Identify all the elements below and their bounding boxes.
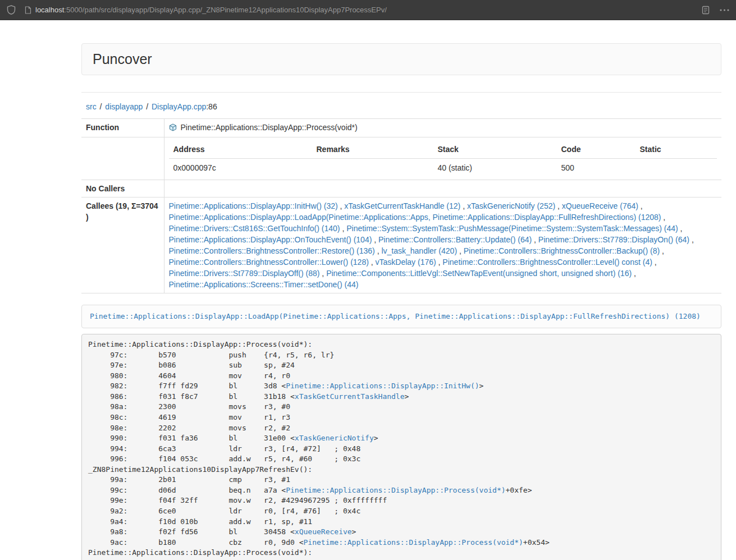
page-favicon-icon bbox=[25, 6, 31, 14]
shield-icon[interactable] bbox=[7, 5, 16, 15]
app-header: Puncover bbox=[81, 43, 721, 75]
column-address: Address bbox=[169, 140, 312, 159]
function-label: Function bbox=[81, 119, 164, 137]
column-code: Code bbox=[557, 140, 636, 159]
details-row: Address Remarks Stack Code Static 0x0000… bbox=[81, 137, 721, 180]
details-header-row: Address Remarks Stack Code Static bbox=[169, 140, 717, 159]
callee-link[interactable]: Pinetime::Controllers::BrightnessControl… bbox=[169, 258, 369, 267]
breadcrumb: src / displayapp / DisplayApp.cpp:86 bbox=[81, 102, 721, 111]
url-bar[interactable]: localhost:5000/path/src/displayapp/Displ… bbox=[25, 6, 696, 14]
column-static: Static bbox=[636, 140, 717, 159]
callee-link[interactable]: xTaskGenericNotify (252) bbox=[467, 201, 555, 210]
code-value: 500 bbox=[557, 159, 636, 177]
callee-link[interactable]: Pinetime::Applications::DisplayApp::OnTo… bbox=[169, 235, 372, 244]
function-row: Function Pinetime::Applications::Display… bbox=[81, 119, 721, 137]
app-title: Puncover bbox=[93, 51, 710, 67]
column-stack: Stack bbox=[433, 140, 557, 159]
column-remarks: Remarks bbox=[312, 140, 433, 159]
url-host: localhost bbox=[35, 6, 64, 14]
assembly-symbol-link[interactable]: xTaskGetCurrentTaskHandle bbox=[295, 392, 405, 401]
menu-dots-icon[interactable] bbox=[720, 9, 729, 11]
highlighted-callee-link[interactable]: Pinetime::Applications::DisplayApp::Load… bbox=[90, 312, 701, 320]
callee-link[interactable]: Pinetime::Applications::DisplayApp::Load… bbox=[169, 213, 661, 222]
reader-mode-icon[interactable] bbox=[702, 6, 710, 15]
url-path: :5000/path/src/displayapp/DisplayApp.cpp… bbox=[64, 6, 387, 14]
callees-list: Pinetime::Applications::DisplayApp::Init… bbox=[164, 198, 721, 293]
details-cell: Address Remarks Stack Code Static 0x0000… bbox=[164, 137, 721, 180]
no-callers-cell bbox=[164, 180, 721, 198]
remarks-value bbox=[312, 159, 433, 177]
static-value bbox=[636, 159, 717, 177]
symbol-table: Function Pinetime::Applications::Display… bbox=[81, 118, 721, 293]
callee-link[interactable]: Pinetime::Drivers::St7789::DisplayOn() (… bbox=[538, 235, 689, 244]
callee-link[interactable]: Pinetime::Controllers::BrightnessControl… bbox=[464, 246, 660, 255]
assembly-symbol-link[interactable]: Pinetime::Applications::DisplayApp::Init… bbox=[286, 382, 479, 390]
url-text: localhost:5000/path/src/displayapp/Displ… bbox=[35, 6, 387, 14]
no-callers-label: No Callers bbox=[81, 180, 164, 198]
assembly-symbol-link[interactable]: xTaskGenericNotify bbox=[295, 434, 374, 442]
callee-link[interactable]: Pinetime::Applications::Screens::Timer::… bbox=[169, 280, 359, 289]
callee-link[interactable]: Pinetime::System::SystemTask::PushMessag… bbox=[346, 224, 678, 233]
function-name-cell: Pinetime::Applications::DisplayApp::Proc… bbox=[164, 119, 721, 137]
breadcrumb-line-number: :86 bbox=[206, 102, 217, 111]
divider bbox=[81, 92, 721, 93]
assembly-symbol-link[interactable]: Pinetime::Applications::DisplayApp::Proc… bbox=[286, 486, 505, 494]
callees-row: Callees (19, Σ=3704 ) Pinetime::Applicat… bbox=[81, 198, 721, 293]
callee-link[interactable]: Pinetime::Controllers::BrightnessControl… bbox=[442, 258, 652, 267]
callee-link[interactable]: xTaskGetCurrentTaskHandle (12) bbox=[344, 201, 460, 210]
no-callers-row: No Callers bbox=[81, 180, 721, 198]
highlighted-symbol-box: Pinetime::Applications::DisplayApp::Load… bbox=[81, 305, 721, 328]
callee-link[interactable]: Pinetime::Controllers::Battery::Update()… bbox=[378, 235, 532, 244]
stack-value: 40 (static) bbox=[433, 159, 557, 177]
callee-link[interactable]: Pinetime::Components::LittleVgl::SetNewT… bbox=[326, 269, 632, 278]
callee-link[interactable]: xQueueReceive (764) bbox=[562, 201, 638, 210]
breadcrumb-separator: / bbox=[100, 102, 102, 111]
browser-chrome: localhost:5000/path/src/displayapp/Displ… bbox=[0, 0, 736, 20]
details-table: Address Remarks Stack Code Static 0x0000… bbox=[169, 140, 717, 177]
assembly-symbol-link[interactable]: xQueueReceive bbox=[295, 527, 352, 536]
callees-label: Callees (19, Σ=3704 ) bbox=[81, 198, 164, 293]
breadcrumb-separator: / bbox=[146, 102, 148, 111]
breadcrumb-src[interactable]: src bbox=[86, 102, 97, 111]
callee-link[interactable]: Pinetime::Drivers::Cst816S::GetTouchInfo… bbox=[169, 224, 340, 233]
callee-link[interactable]: lv_task_handler (420) bbox=[381, 246, 457, 255]
details-data-row: 0x0000097c 40 (static) 500 bbox=[169, 159, 717, 177]
callee-link[interactable]: Pinetime::Applications::DisplayApp::Init… bbox=[169, 201, 338, 210]
address-value: 0x0000097c bbox=[169, 159, 312, 177]
details-row-label bbox=[81, 137, 164, 180]
assembly-code: Pinetime::Applications::DisplayApp::Proc… bbox=[81, 334, 721, 560]
function-icon bbox=[169, 123, 177, 134]
callee-link[interactable]: vTaskDelay (176) bbox=[376, 258, 436, 267]
page-container: Puncover src / displayapp / DisplayApp.c… bbox=[81, 43, 721, 560]
callee-link[interactable]: Pinetime::Drivers::St7789::DisplayOff() … bbox=[169, 269, 320, 278]
function-name: Pinetime::Applications::DisplayApp::Proc… bbox=[181, 123, 358, 132]
breadcrumb-displayapp[interactable]: displayapp bbox=[105, 102, 143, 111]
breadcrumb-file[interactable]: DisplayApp.cpp bbox=[152, 102, 206, 111]
callee-link[interactable]: Pinetime::Controllers::BrightnessControl… bbox=[169, 246, 375, 255]
assembly-symbol-link[interactable]: Pinetime::Applications::DisplayApp::Proc… bbox=[304, 538, 523, 547]
